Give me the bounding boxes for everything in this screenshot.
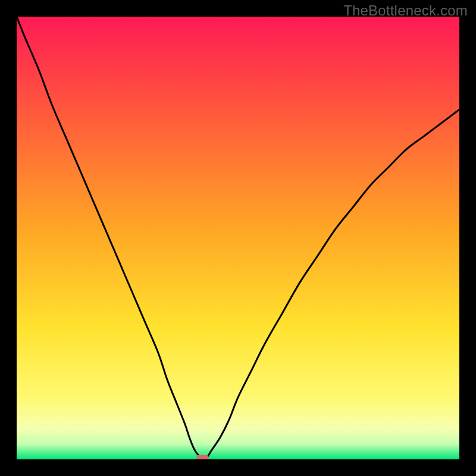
gradient-background [17, 17, 459, 459]
bottleneck-chart [17, 17, 459, 459]
chart-frame: TheBottleneck.com [0, 0, 476, 476]
minimum-marker [196, 455, 208, 459]
plot-area [17, 17, 459, 459]
